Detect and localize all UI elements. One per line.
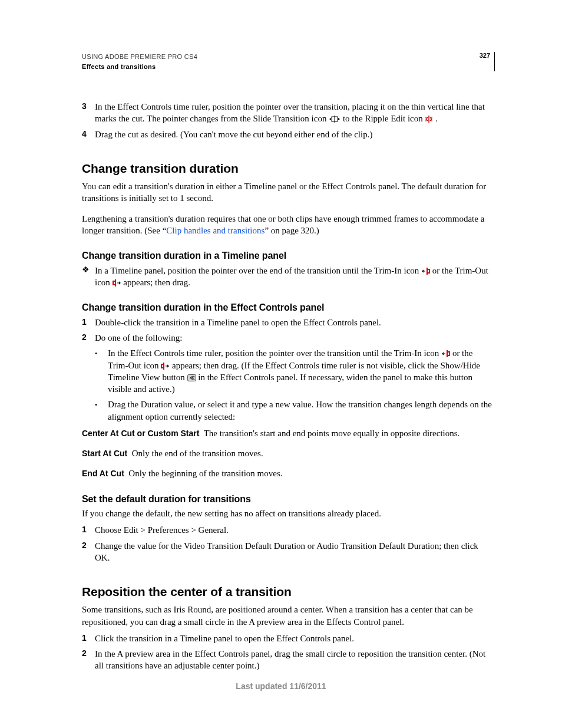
paragraph: If you change the default, the new setti… xyxy=(82,508,495,519)
bullet-glyph: ❖ xyxy=(82,265,95,289)
list-item: 2 Change the value for the Video Transit… xyxy=(82,540,495,564)
step-number: 2 xyxy=(82,332,95,344)
doc-section: Effects and transitions xyxy=(82,62,197,72)
trim-in-icon xyxy=(421,268,430,275)
text-run: appears; then drag. xyxy=(123,278,190,287)
step-number: 2 xyxy=(82,648,95,672)
heading-reposition-center: Reposition the center of a transition xyxy=(82,584,495,600)
definition-term: End At Cut xyxy=(82,469,124,478)
step-number: 1 xyxy=(82,317,95,328)
definition-term: Start At Cut xyxy=(82,449,127,458)
list-item: 1 Double-click the transition in a Timel… xyxy=(82,317,495,328)
paragraph: Some transitions, such as Iris Round, ar… xyxy=(82,604,495,628)
svg-point-3 xyxy=(426,117,427,118)
definition-term: Center At Cut or Custom Start xyxy=(82,429,199,438)
step-text: Do one of the following: xyxy=(95,332,495,344)
svg-point-6 xyxy=(432,120,433,121)
step-text: In a Timeline panel, position the pointe… xyxy=(95,265,495,289)
definition-text: Only the beginning of the transition mov… xyxy=(128,469,282,478)
text-run: . xyxy=(435,114,438,123)
list-item: 2 Do one of the following: xyxy=(82,332,495,344)
step-text: Drag the Duration value, or select it an… xyxy=(108,398,495,423)
page-number: 327 xyxy=(480,52,490,59)
svg-rect-10 xyxy=(113,281,115,285)
step-list: 1 Click the transition in a Timeline pan… xyxy=(82,633,495,672)
slide-transition-icon xyxy=(329,116,340,123)
bullet-list: ❖ In a Timeline panel, position the poin… xyxy=(82,265,495,289)
text-run: In the Effect Controls time ruler, posit… xyxy=(108,348,441,358)
text-run: In a Timeline panel, position the pointe… xyxy=(95,266,421,275)
step-number: 3 xyxy=(82,101,95,125)
list-item: 1 Choose Edit > Preferences > General. xyxy=(82,524,495,536)
step-text: Change the value for the Video Transitio… xyxy=(95,540,495,564)
list-item: ❖ In a Timeline panel, position the poin… xyxy=(82,265,495,289)
definition-item: Center At Cut or Custom Start The transi… xyxy=(82,427,495,439)
step-list-continued: 3 In the Effect Controls time ruler, pos… xyxy=(82,101,495,140)
svg-point-4 xyxy=(432,117,433,118)
step-text: Double-click the transition in a Timelin… xyxy=(95,317,495,328)
list-item: • Drag the Duration value, or select it … xyxy=(95,398,495,423)
text-run: ” on page 320.) xyxy=(265,226,319,235)
page-body: 3 In the Effect Controls time ruler, pos… xyxy=(82,101,495,672)
trim-out-icon xyxy=(161,363,170,370)
heading-change-transition-duration: Change transition duration xyxy=(82,160,495,177)
svg-rect-8 xyxy=(427,269,429,273)
doc-title: USING ADOBE PREMIERE PRO CS4 xyxy=(82,52,197,62)
trim-out-icon xyxy=(113,279,121,286)
step-text: In the A preview area in the Effect Cont… xyxy=(95,648,495,672)
definition-text: Only the end of the transition moves. xyxy=(132,449,263,458)
link-clip-handles[interactable]: Clip handles and transitions xyxy=(166,226,265,235)
heading-change-in-timeline: Change transition duration in a Timeline… xyxy=(82,249,495,262)
sub-bullet-list: • In the Effect Controls time ruler, pos… xyxy=(95,347,495,423)
page-footer: Last updated 11/6/2011 xyxy=(0,681,562,691)
step-number: 4 xyxy=(82,129,95,140)
step-number: 1 xyxy=(82,524,95,536)
step-text: Drag the cut as desired. (You can't move… xyxy=(95,129,495,140)
step-list: 1 Choose Edit > Preferences > General. 2… xyxy=(82,524,495,564)
page: USING ADOBE PREMIERE PRO CS4 Effects and… xyxy=(0,0,562,728)
bullet-glyph: • xyxy=(95,347,108,395)
paragraph: Lengthening a transition's duration requ… xyxy=(82,213,495,237)
definition-item: End At Cut Only the beginning of the tra… xyxy=(82,467,495,479)
step-text: Click the transition in a Timeline panel… xyxy=(95,633,495,644)
definition-item: Start At Cut Only the end of the transit… xyxy=(82,447,495,459)
heading-change-in-effect-controls: Change transition duration in the Effect… xyxy=(82,301,495,314)
list-item: 2 In the A preview area in the Effect Co… xyxy=(82,648,495,672)
step-text: Choose Edit > Preferences > General. xyxy=(95,524,495,536)
svg-point-5 xyxy=(426,120,427,121)
step-number: 2 xyxy=(82,540,95,564)
header-left: USING ADOBE PREMIERE PRO CS4 Effects and… xyxy=(82,52,197,71)
page-header: USING ADOBE PREMIERE PRO CS4 Effects and… xyxy=(82,52,495,71)
svg-rect-12 xyxy=(447,352,449,355)
ripple-edit-icon xyxy=(425,116,433,123)
step-text: In the Effect Controls time ruler, posit… xyxy=(95,101,495,125)
bullet-glyph: • xyxy=(95,398,108,423)
list-item: 1 Click the transition in a Timeline pan… xyxy=(82,633,495,644)
show-hide-timeline-icon xyxy=(187,374,196,381)
svg-rect-14 xyxy=(161,364,164,368)
text-run: to the Ripple Edit icon xyxy=(343,114,425,123)
paragraph: You can edit a transition's duration in … xyxy=(82,180,495,205)
heading-set-default-duration: Set the default duration for transitions xyxy=(82,493,495,506)
step-list: 1 Double-click the transition in a Timel… xyxy=(82,317,495,344)
trim-in-icon xyxy=(441,350,450,357)
step-text: In the Effect Controls time ruler, posit… xyxy=(108,347,495,395)
list-item: 3 In the Effect Controls time ruler, pos… xyxy=(82,101,495,125)
definition-text: The transition's start and end points mo… xyxy=(204,429,460,438)
step-number: 1 xyxy=(82,633,95,644)
list-item: 4 Drag the cut as desired. (You can't mo… xyxy=(82,129,495,140)
list-item: • In the Effect Controls time ruler, pos… xyxy=(95,347,495,395)
